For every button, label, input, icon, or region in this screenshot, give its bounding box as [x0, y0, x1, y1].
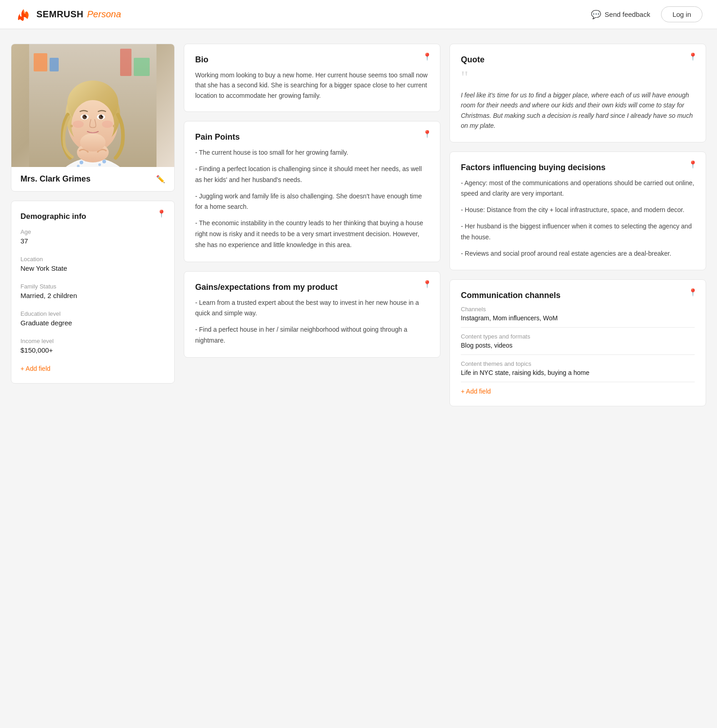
- channels-label-1: Content types and formats: [461, 333, 695, 340]
- pin-channels-icon[interactable]: 📍: [688, 288, 697, 297]
- send-feedback-link[interactable]: 💬 Send feedback: [591, 10, 650, 20]
- logo-area: SEMRUSH Persona: [15, 7, 121, 22]
- channels-label-2: Content themes and topics: [461, 360, 695, 367]
- header: SEMRUSH Persona 💬 Send feedback Log in: [0, 0, 717, 29]
- channels-title: Communication channels: [461, 291, 695, 300]
- quote-text: I feel like it's time for us to find a b…: [461, 90, 695, 131]
- education-label: Education level: [20, 310, 165, 317]
- login-button[interactable]: Log in: [661, 6, 702, 22]
- profile-name-area: Mrs. Clark Grimes ✏️: [11, 167, 174, 191]
- factors-text: - Agency: most of the communications and…: [461, 178, 695, 259]
- svg-point-27: [102, 121, 113, 128]
- logo-persona-text: Persona: [87, 9, 121, 20]
- svg-point-8: [80, 161, 83, 164]
- svg-point-29: [80, 133, 106, 152]
- bio-title: Bio: [195, 55, 429, 65]
- svg-point-30: [70, 125, 73, 127]
- pin-demographic-icon[interactable]: 📍: [157, 209, 166, 218]
- gains-title: Gains/expectations from my product: [195, 283, 429, 292]
- svg-point-26: [73, 121, 84, 128]
- svg-rect-3: [34, 53, 47, 71]
- income-label: Income level: [20, 338, 165, 344]
- profile-avatar-svg: [29, 44, 157, 167]
- factors-card: 📍 Factors influencing buying decisions -…: [449, 152, 706, 271]
- svg-rect-6: [134, 58, 150, 76]
- location-label: Location: [20, 256, 165, 263]
- family-status-value: Married, 2 children: [20, 292, 165, 305]
- middle-column: 📍 Bio Working mom looking to buy a new h…: [184, 44, 440, 358]
- header-right: 💬 Send feedback Log in: [591, 6, 702, 22]
- pain-points-card: 📍 Pain Points - The current house is too…: [184, 121, 440, 262]
- income-field: Income level $150,000+: [20, 338, 165, 359]
- svg-point-24: [86, 115, 86, 116]
- age-label: Age: [20, 228, 165, 235]
- quote-mark: ": [461, 70, 695, 85]
- bio-text: Working mom looking to buy a new home. H…: [195, 70, 429, 101]
- age-field: Age 37: [20, 228, 165, 250]
- svg-point-12: [98, 163, 101, 166]
- profile-card: Mrs. Clark Grimes ✏️: [11, 44, 175, 192]
- family-status-field: Family Status Married, 2 children: [20, 283, 165, 305]
- left-column: Mrs. Clark Grimes ✏️ 📍 Demographic info …: [11, 44, 175, 384]
- svg-rect-5: [120, 49, 131, 76]
- demographic-card: 📍 Demographic info Age 37 Location New Y…: [11, 201, 175, 384]
- pain-points-title: Pain Points: [195, 132, 429, 142]
- pin-gains-icon[interactable]: 📍: [423, 280, 432, 288]
- channels-value-2: Life in NYC state, raising kids, buying …: [461, 369, 695, 382]
- pin-bio-icon[interactable]: 📍: [423, 52, 432, 61]
- location-field: Location New York State: [20, 256, 165, 278]
- gains-card: 📍 Gains/expectations from my product - L…: [184, 271, 440, 358]
- factors-title: Factors influencing buying decisions: [461, 163, 695, 172]
- pain-points-text: - The current house is too small for her…: [195, 147, 429, 250]
- send-feedback-label: Send feedback: [605, 10, 650, 18]
- main-content: Mrs. Clark Grimes ✏️ 📍 Demographic info …: [0, 29, 717, 421]
- pin-pain-points-icon[interactable]: 📍: [423, 130, 432, 138]
- logo-semrush-text: SEMRUSH: [36, 9, 84, 20]
- bio-card: 📍 Bio Working mom looking to buy a new h…: [184, 44, 440, 112]
- add-demographic-field-button[interactable]: + Add field: [20, 365, 50, 372]
- gains-text: - Learn from a trusted expert about the …: [195, 298, 429, 346]
- channels-label-0: Channels: [461, 306, 695, 313]
- semrush-flame-icon: [15, 7, 33, 22]
- education-value: Graduate degree: [20, 319, 165, 332]
- svg-point-31: [113, 125, 116, 127]
- svg-point-11: [102, 160, 106, 163]
- chat-icon: 💬: [591, 10, 601, 20]
- pin-factors-icon[interactable]: 📍: [688, 160, 697, 169]
- svg-rect-4: [50, 58, 59, 71]
- content-grid: Mrs. Clark Grimes ✏️ 📍 Demographic info …: [11, 44, 706, 406]
- right-column: 📍 Quote " I feel like it's time for us t…: [449, 44, 706, 406]
- quote-title: Quote: [461, 55, 695, 65]
- quote-card: 📍 Quote " I feel like it's time for us t…: [449, 44, 706, 142]
- age-value: 37: [20, 237, 165, 250]
- edit-profile-icon[interactable]: ✏️: [156, 175, 165, 183]
- education-field: Education level Graduate degree: [20, 310, 165, 332]
- channels-value-0: Instagram, Mom influencers, WoM: [461, 314, 695, 328]
- channels-value-1: Blog posts, videos: [461, 342, 695, 355]
- family-status-label: Family Status: [20, 283, 165, 290]
- add-channel-field-button[interactable]: + Add field: [461, 388, 491, 395]
- svg-point-25: [102, 115, 103, 116]
- profile-name: Mrs. Clark Grimes: [20, 174, 91, 184]
- channels-card: 📍 Communication channels Channels Instag…: [449, 279, 706, 406]
- profile-image-area: [11, 44, 174, 167]
- location-value: New York State: [20, 264, 165, 278]
- pin-quote-icon[interactable]: 📍: [688, 52, 697, 61]
- demographic-title: Demographic info: [20, 212, 165, 221]
- income-value: $150,000+: [20, 346, 165, 359]
